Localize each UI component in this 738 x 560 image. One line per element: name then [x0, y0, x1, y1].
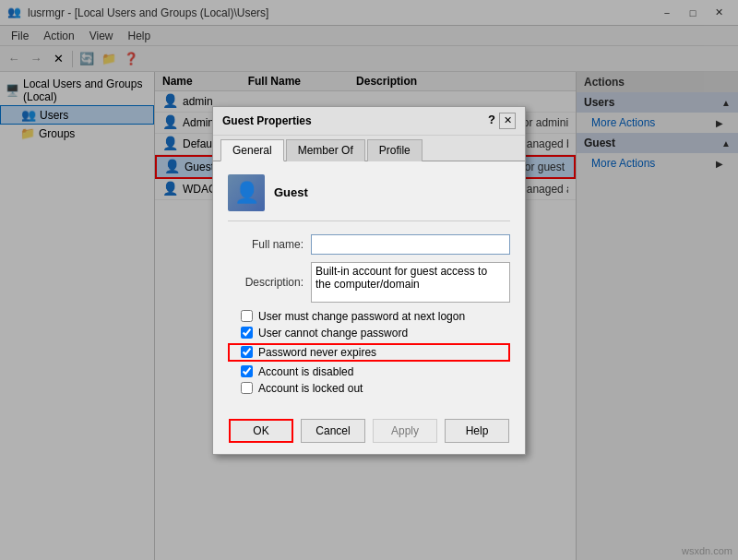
modal-footer: OK Cancel Apply Help [213, 411, 525, 454]
user-avatar: 👤 [228, 174, 265, 211]
must-change-password-checkbox[interactable] [241, 310, 253, 322]
modal-help-icon[interactable]: ? [488, 113, 495, 129]
cannot-change-password-label: User cannot change password [258, 327, 408, 340]
checkbox-must-change-password: User must change password at next logon [228, 310, 510, 323]
cannot-change-password-checkbox[interactable] [241, 327, 253, 339]
fullname-label: Full name: [228, 238, 311, 251]
fullname-row: Full name: [228, 234, 510, 255]
account-disabled-label: Account is disabled [258, 365, 353, 378]
tab-general[interactable]: General [220, 139, 284, 161]
must-change-password-label: User must change password at next logon [258, 310, 465, 323]
description-row: Description: Built-in account for guest … [228, 262, 510, 303]
cancel-button[interactable]: Cancel [301, 419, 365, 443]
modal-overlay: Guest Properties ? ✕ General Member Of P… [0, 0, 738, 560]
description-label: Description: [228, 276, 311, 289]
description-input[interactable]: Built-in account for guest access to the… [311, 262, 510, 303]
avatar-icon: 👤 [234, 181, 259, 205]
guest-properties-dialog: Guest Properties ? ✕ General Member Of P… [212, 106, 526, 455]
ok-button[interactable]: OK [229, 419, 293, 443]
password-never-expires-label: Password never expires [258, 346, 376, 359]
user-display-name: Guest [274, 185, 308, 199]
checkbox-account-disabled: Account is disabled [228, 365, 510, 378]
modal-titlebar: Guest Properties ? ✕ [213, 107, 525, 136]
modal-content: 👤 Guest Full name: Description: Built-in… [213, 161, 525, 411]
tab-profile[interactable]: Profile [367, 139, 423, 161]
fullname-input[interactable] [311, 234, 510, 255]
account-locked-label: Account is locked out [258, 382, 363, 395]
account-locked-checkbox[interactable] [241, 382, 253, 394]
modal-close-button[interactable]: ✕ [499, 113, 516, 129]
help-button[interactable]: Help [445, 419, 509, 443]
checkbox-account-locked: Account is locked out [228, 382, 510, 395]
tab-member-of[interactable]: Member Of [286, 139, 365, 161]
checkbox-password-never-expires: Password never expires [228, 343, 510, 362]
account-disabled-checkbox[interactable] [241, 365, 253, 377]
checkbox-cannot-change-password: User cannot change password [228, 327, 510, 340]
user-header: 👤 Guest [228, 174, 510, 221]
tab-bar: General Member Of Profile [213, 136, 525, 161]
apply-button[interactable]: Apply [373, 419, 437, 443]
modal-titlebar-controls: ? ✕ [488, 113, 516, 129]
password-never-expires-checkbox[interactable] [241, 346, 253, 358]
modal-title: Guest Properties [222, 114, 312, 127]
